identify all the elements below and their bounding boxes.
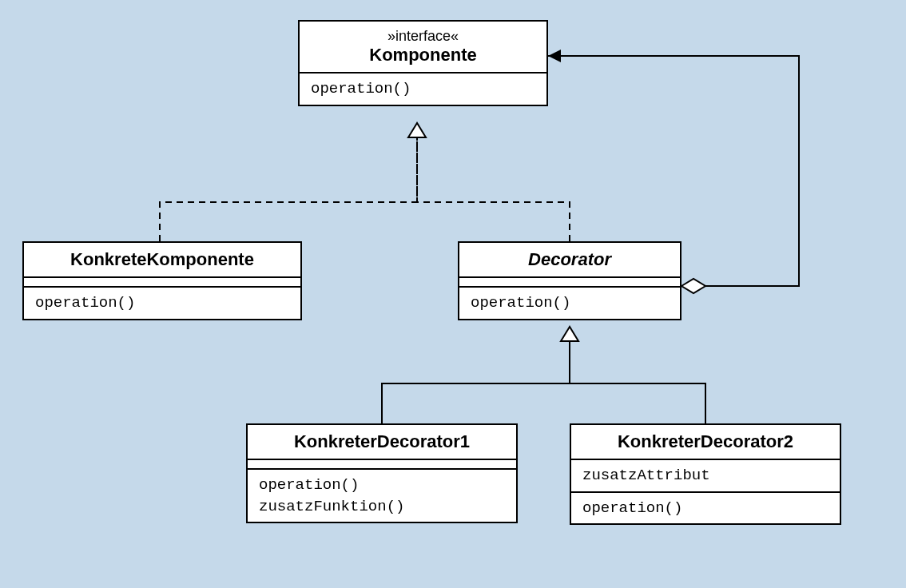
methods-section: operation() [300,74,546,105]
stereotype-label: »interface« [312,28,534,45]
class-konkreter-decorator1: KonkreterDecorator1 operation() zusatzFu… [246,423,518,523]
class-decorator: Decorator operation() [458,241,681,320]
realization-arrowhead-icon [408,123,426,137]
method: operation() [259,475,505,496]
attributes-section [24,278,300,288]
class-title: KonkreterDecorator2 [571,425,840,460]
realization-konkrete-to-komponente [160,137,417,241]
attribute: zusatzAttribut [582,465,829,487]
method: operation() [35,292,289,314]
attributes-section [248,460,516,470]
method: operation() [311,78,535,100]
inheritance-decorator2-to-decorator [570,340,705,423]
attributes-section [459,278,680,288]
class-name: KonkreteKomponente [37,249,288,270]
methods-section: operation() [571,493,840,524]
methods-section: operation() [24,288,300,319]
attributes-section: zusatzAttribut [571,460,840,493]
class-name: KonkreterDecorator2 [584,431,827,452]
inheritance-arrowhead-icon [561,327,578,341]
association-arrowhead-icon [548,50,561,62]
method: zusatzFunktion() [259,496,505,518]
class-konkreter-decorator2: KonkreterDecorator2 zusatzAttribut opera… [570,423,841,525]
methods-section: operation() zusatzFunktion() [248,470,516,522]
class-title: Decorator [459,243,680,278]
method: operation() [582,498,829,519]
aggregation-diamond-icon [681,279,705,293]
inheritance-decorator1-to-decorator [382,340,570,423]
methods-section: operation() [459,288,680,319]
realization-decorator-to-komponente [417,137,570,241]
class-komponente: »interface« Komponente operation() [298,20,548,106]
class-name: KonkreterDecorator1 [260,431,503,452]
class-konkrete-komponente: KonkreteKomponente operation() [22,241,302,320]
method: operation() [471,292,669,314]
class-title: KonkreteKomponente [24,243,300,278]
class-title: KonkreterDecorator1 [248,425,516,460]
class-title: »interface« Komponente [300,22,546,74]
class-name: Decorator [472,249,667,270]
class-name: Komponente [312,45,534,66]
